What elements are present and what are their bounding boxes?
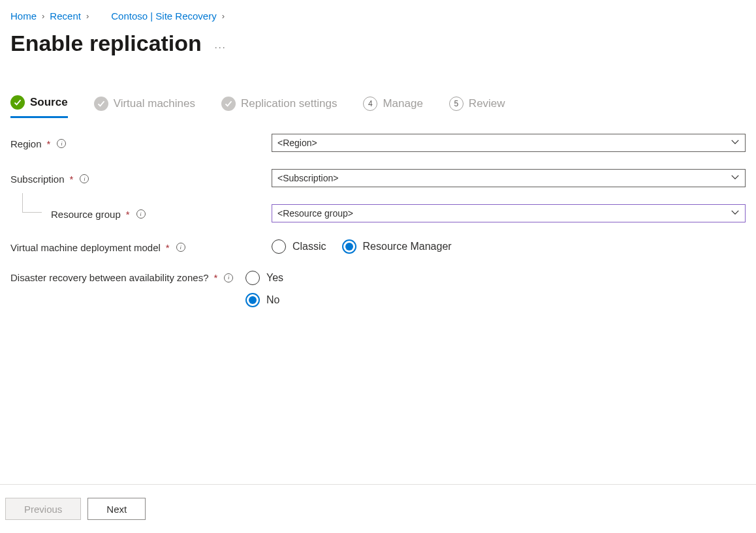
check-icon: [221, 97, 236, 111]
tab-review[interactable]: 5 Review: [449, 97, 505, 117]
next-button[interactable]: Next: [87, 498, 146, 520]
subscription-select-value: <Subscription>: [277, 173, 338, 183]
tab-replication-settings[interactable]: Replication settings: [221, 97, 337, 117]
required-indicator: *: [126, 209, 130, 220]
chevron-down-icon: [731, 138, 740, 149]
subscription-select[interactable]: <Subscription>: [272, 169, 746, 187]
page-title: Enable replication: [10, 31, 202, 56]
step-number-icon: 4: [363, 97, 377, 111]
step-number-icon: 5: [449, 97, 464, 111]
check-icon: [94, 97, 108, 111]
chevron-right-icon: ›: [42, 11, 44, 21]
region-label: Region: [10, 138, 42, 149]
required-indicator: *: [70, 174, 74, 185]
breadcrumb-recent[interactable]: Recent: [50, 10, 81, 22]
tab-replication-label: Replication settings: [241, 97, 337, 110]
deployment-model-classic-radio[interactable]: Classic: [272, 239, 326, 254]
radio-label: No: [266, 294, 279, 306]
radio-label: Yes: [266, 272, 283, 284]
radio-icon: [342, 239, 356, 254]
info-icon[interactable]: i: [224, 273, 233, 282]
region-select[interactable]: <Region>: [272, 134, 746, 152]
dr-zones-no-radio[interactable]: No: [245, 293, 729, 307]
region-select-value: <Region>: [277, 138, 317, 148]
more-actions-button[interactable]: ···: [215, 35, 227, 52]
tab-review-label: Review: [469, 97, 505, 110]
breadcrumb: Home › Recent › Contoso | Site Recovery …: [10, 8, 746, 31]
breadcrumb-home[interactable]: Home: [10, 10, 37, 22]
radio-label: Resource Manager: [363, 241, 452, 252]
deployment-model-resource-manager-radio[interactable]: Resource Manager: [342, 239, 452, 254]
required-indicator: *: [166, 242, 170, 253]
breadcrumb-site-recovery[interactable]: Contoso | Site Recovery: [111, 10, 216, 22]
info-icon[interactable]: i: [176, 243, 185, 252]
tab-manage-label: Manage: [383, 97, 422, 110]
tab-source-label: Source: [30, 96, 68, 109]
wizard-tabs: Source Virtual machines Replication sett…: [10, 95, 746, 118]
tree-connector-icon: [22, 193, 42, 213]
chevron-down-icon: [731, 173, 740, 184]
radio-icon: [245, 271, 260, 285]
source-form: Region * i <Region> Subscription: [10, 134, 746, 307]
previous-button[interactable]: Previous: [5, 498, 81, 520]
resource-group-select[interactable]: <Resource group>: [272, 204, 746, 222]
subscription-label: Subscription: [10, 174, 65, 185]
resource-group-label: Resource group: [51, 209, 121, 220]
dr-zones-yes-radio[interactable]: Yes: [245, 271, 729, 285]
chevron-right-icon: ›: [86, 11, 89, 21]
info-icon[interactable]: i: [57, 139, 66, 148]
chevron-down-icon: [731, 208, 740, 219]
check-icon: [10, 95, 25, 110]
required-indicator: *: [213, 272, 217, 283]
resource-group-select-value: <Resource group>: [277, 208, 353, 219]
tab-manage[interactable]: 4 Manage: [363, 97, 422, 117]
info-icon[interactable]: i: [80, 174, 89, 183]
tab-vm-label: Virtual machines: [114, 97, 195, 110]
info-icon[interactable]: i: [136, 209, 146, 219]
radio-icon: [245, 293, 260, 307]
deployment-model-label: Virtual machine deployment model: [10, 242, 161, 253]
tab-source[interactable]: Source: [10, 95, 68, 118]
tab-virtual-machines[interactable]: Virtual machines: [94, 97, 195, 117]
chevron-right-icon: ›: [222, 11, 225, 21]
wizard-footer: Previous Next: [0, 485, 756, 533]
required-indicator: *: [47, 138, 51, 149]
radio-icon: [272, 239, 286, 254]
radio-label: Classic: [292, 241, 326, 252]
dr-zones-label: Disaster recovery between availability z…: [10, 272, 208, 283]
